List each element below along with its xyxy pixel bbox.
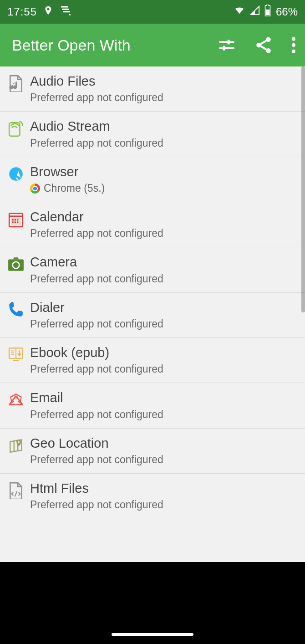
ebook-icon bbox=[5, 346, 27, 365]
battery-percent: 66% bbox=[276, 5, 298, 18]
svg-rect-4 bbox=[223, 46, 225, 51]
list-item[interactable]: EmailPreferred app not configured bbox=[0, 383, 305, 428]
calendar-icon bbox=[5, 210, 27, 230]
geo-icon bbox=[5, 437, 27, 456]
list-item-title: Audio Files bbox=[30, 74, 298, 89]
list-item-title: Geo Location bbox=[30, 436, 298, 451]
list-item-subtitle: Preferred app not configured bbox=[30, 454, 298, 466]
gesture-handle[interactable] bbox=[112, 633, 193, 636]
battery-icon bbox=[264, 5, 271, 19]
list-item[interactable]: Audio StreamPreferred app not configured bbox=[0, 112, 305, 157]
status-time: 17:55 bbox=[7, 5, 37, 18]
signal-icon bbox=[249, 5, 260, 18]
app-bar: Better Open With bbox=[0, 24, 305, 66]
list-item-subtitle: Preferred app not configured bbox=[30, 499, 298, 511]
list-item-title: Browser bbox=[30, 164, 298, 179]
navigation-bar bbox=[0, 562, 305, 644]
list-item-subtitle: Preferred app not configured bbox=[30, 273, 298, 285]
svg-point-10 bbox=[292, 50, 295, 53]
list-item-title: Ebook (epub) bbox=[30, 345, 298, 360]
list-item[interactable]: CalendarPreferred app not configured bbox=[0, 202, 305, 247]
svg-point-9 bbox=[292, 43, 295, 47]
svg-point-8 bbox=[292, 37, 295, 41]
camera-icon bbox=[5, 256, 27, 275]
svg-rect-0 bbox=[266, 10, 270, 15]
chrome-icon bbox=[30, 184, 40, 194]
list-item-title: Html Files bbox=[30, 481, 298, 496]
svg-point-7 bbox=[266, 48, 271, 53]
svg-point-5 bbox=[266, 37, 271, 42]
list-item-title: Email bbox=[30, 390, 298, 405]
list-item-subtitle: Chrome (5s.) bbox=[30, 182, 298, 194]
list-item-subtitle: Preferred app not configured bbox=[30, 409, 298, 421]
location-icon bbox=[43, 4, 53, 20]
list-item-subtitle: Preferred app not configured bbox=[30, 318, 298, 330]
list-item-title: Camera bbox=[30, 255, 298, 270]
email-icon bbox=[5, 391, 27, 410]
list-item[interactable]: Geo LocationPreferred app not configured bbox=[0, 429, 305, 474]
settings-sliders-icon[interactable] bbox=[218, 36, 236, 54]
cards-icon bbox=[60, 5, 71, 19]
list-item-subtitle: Preferred app not configured bbox=[30, 227, 298, 240]
list-item-title: Dialer bbox=[30, 300, 298, 315]
list-item[interactable]: Ebook (epub)Preferred app not configured bbox=[0, 338, 305, 383]
overflow-menu-icon[interactable] bbox=[291, 37, 296, 53]
list-item-title: Audio Stream bbox=[30, 119, 298, 134]
list-item[interactable]: DialerPreferred app not configured bbox=[0, 293, 305, 338]
list-item-title: Calendar bbox=[30, 210, 298, 225]
list-item-subtitle: Preferred app not configured bbox=[30, 137, 298, 149]
scroll-indicator bbox=[301, 66, 305, 312]
audio-stream-icon bbox=[5, 120, 27, 139]
app-title: Better Open With bbox=[12, 36, 218, 54]
browser-icon bbox=[5, 165, 27, 184]
audio-file-icon bbox=[5, 75, 27, 94]
html-file-icon bbox=[5, 482, 27, 501]
list-item[interactable]: Html FilesPreferred app not configured bbox=[0, 474, 305, 518]
svg-point-6 bbox=[256, 43, 261, 48]
status-bar: 17:55 66% bbox=[0, 0, 305, 24]
svg-rect-3 bbox=[228, 40, 230, 44]
list-item[interactable]: BrowserChrome (5s.) bbox=[0, 157, 305, 202]
list-item[interactable]: CameraPreferred app not configured bbox=[0, 247, 305, 292]
list-item[interactable]: Audio FilesPreferred app not configured bbox=[0, 66, 305, 112]
category-list[interactable]: Audio FilesPreferred app not configuredA… bbox=[0, 66, 305, 562]
list-item-subtitle: Preferred app not configured bbox=[30, 92, 298, 104]
wifi-icon bbox=[233, 5, 246, 18]
share-icon[interactable] bbox=[254, 36, 273, 55]
dialer-icon bbox=[5, 301, 27, 320]
list-item-subtitle: Preferred app not configured bbox=[30, 363, 298, 375]
